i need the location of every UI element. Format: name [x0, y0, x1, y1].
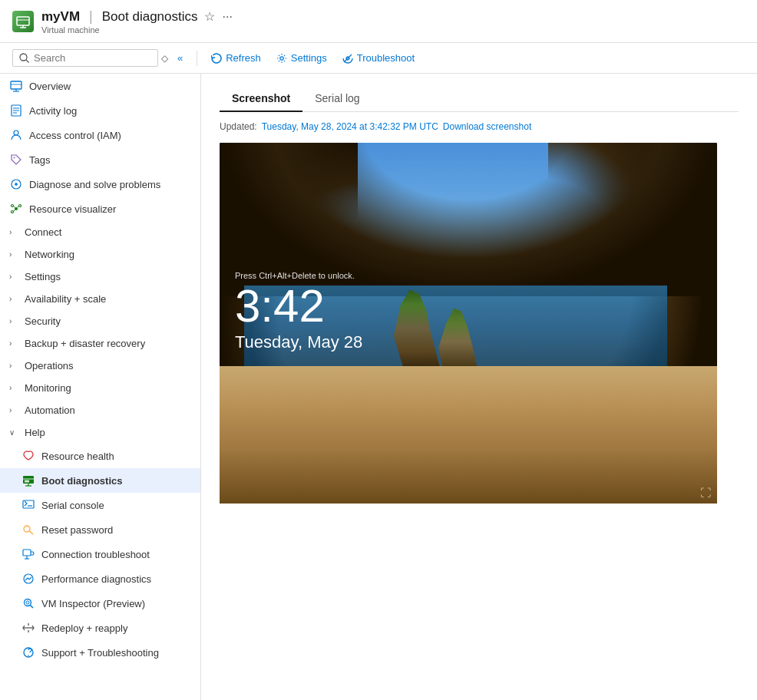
visualizer-icon [9, 202, 23, 216]
troubleshoot-button[interactable]: Troubleshoot [336, 49, 421, 67]
header-title-group: myVM | Boot diagnostics ☆ ··· Virtual ma… [41, 8, 234, 35]
chevron-right-icon: › [9, 272, 18, 281]
diagnose-label: Diagnose and solve problems [29, 179, 160, 190]
vm-screenshot: Press Ctrl+Alt+Delete to unlock. 3:42 Tu… [220, 143, 717, 504]
svg-line-26 [18, 206, 19, 208]
resource-health-label: Resource health [41, 451, 114, 462]
serial-console-icon [21, 498, 35, 512]
connection-troubleshoot-label: Connection troubleshoot [41, 549, 150, 560]
lock-date: Tuesday, May 28 [235, 332, 362, 352]
favorite-button[interactable]: ☆ [203, 8, 217, 25]
tab-serial-log[interactable]: Serial log [302, 86, 372, 112]
sidebar-item-monitoring[interactable]: › Monitoring [0, 377, 200, 399]
support-troubleshooting-label: Support + Troubleshooting [41, 647, 159, 659]
activity-log-icon [9, 104, 23, 117]
sidebar-item-help[interactable]: ∨ Help [0, 421, 200, 444]
svg-point-45 [28, 655, 29, 656]
sidebar-item-automation[interactable]: › Automation [0, 399, 200, 421]
activity-log-label: Activity log [29, 105, 77, 117]
vm-inspector-icon [21, 596, 35, 610]
sidebar-item-boot-diagnostics[interactable]: Boot diagnostics [0, 468, 200, 493]
serial-console-label: Serial console [41, 500, 104, 511]
settings-button[interactable]: Settings [270, 49, 333, 67]
svg-rect-37 [23, 550, 31, 556]
sidebar-item-settings[interactable]: › Settings [0, 266, 200, 288]
chevron-down-icon: ∨ [9, 428, 18, 437]
chevron-right-icon: › [9, 317, 18, 325]
sidebar-item-support-troubleshooting[interactable]: Support + Troubleshooting [0, 640, 200, 665]
updated-label: Updated: [220, 121, 257, 132]
main-layout: Overview Activity log Access control (IA… [0, 74, 757, 700]
sidebar-item-operations[interactable]: › Operations [0, 355, 200, 377]
sidebar-item-performance-diagnostics[interactable]: Performance diagnostics [0, 566, 200, 591]
connection-troubleshoot-icon [21, 547, 35, 561]
performance-diagnostics-icon [21, 572, 35, 586]
app-icon [12, 11, 34, 32]
search-box[interactable] [12, 49, 158, 67]
lock-time: 3:42 [235, 283, 362, 329]
tags-label: Tags [29, 154, 50, 166]
settings-label: Settings [25, 271, 61, 282]
svg-point-6 [280, 56, 283, 59]
iam-icon [9, 128, 23, 142]
updated-bar: Updated: Tuesday, May 28, 2024 at 3:42:3… [220, 121, 739, 132]
chevron-right-icon: › [9, 406, 18, 414]
svg-line-36 [30, 531, 34, 534]
header-separator: | [89, 8, 93, 25]
operations-label: Operations [25, 360, 74, 371]
collapse-button[interactable]: « [171, 49, 189, 67]
chevron-right-icon: › [9, 228, 18, 236]
refresh-button[interactable]: Refresh [205, 49, 267, 67]
svg-line-43 [31, 606, 34, 609]
search-input[interactable] [34, 52, 141, 64]
sidebar-item-networking[interactable]: › Networking [0, 243, 200, 266]
sidebar-item-security[interactable]: › Security [0, 310, 200, 332]
redeploy-icon [21, 621, 35, 635]
monitoring-label: Monitoring [25, 382, 71, 394]
svg-line-25 [14, 206, 15, 208]
svg-point-17 [14, 157, 15, 159]
sidebar-item-backup[interactable]: › Backup + disaster recovery [0, 332, 200, 355]
sidebar-item-connection-troubleshoot[interactable]: Connection troubleshoot [0, 542, 200, 566]
collapse-icon: « [177, 52, 183, 64]
sidebar-item-redeploy-reapply[interactable]: Redeploy + reapply [0, 616, 200, 640]
monitor-icon [9, 79, 23, 93]
lock-hint: Press Ctrl+Alt+Delete to unlock. [235, 271, 362, 280]
diamond-icon: ◇ [161, 53, 168, 64]
more-options-button[interactable]: ··· [221, 8, 234, 25]
settings-label: Settings [291, 52, 327, 64]
sidebar-item-diagnose[interactable]: Diagnose and solve problems [0, 172, 200, 196]
troubleshoot-label: Troubleshoot [357, 52, 415, 64]
toolbar-separator [197, 51, 197, 66]
security-label: Security [25, 315, 61, 327]
refresh-icon [211, 53, 222, 64]
svg-point-21 [15, 207, 18, 210]
chevron-right-icon: › [9, 384, 18, 392]
svg-point-42 [26, 601, 29, 604]
download-screenshot-link[interactable]: Download screenshot [443, 121, 531, 132]
sidebar-item-reset-password[interactable]: Reset password [0, 517, 200, 542]
tab-screenshot[interactable]: Screenshot [220, 86, 302, 112]
content-tabs: Screenshot Serial log [220, 86, 739, 112]
chevron-right-icon: › [9, 295, 18, 303]
sidebar-item-access-control[interactable]: Access control (IAM) [0, 123, 200, 147]
sidebar-item-connect[interactable]: › Connect [0, 221, 200, 243]
automation-label: Automation [25, 404, 75, 416]
sidebar-item-overview[interactable]: Overview [0, 74, 200, 98]
support-icon [21, 646, 35, 659]
svg-point-41 [25, 599, 31, 606]
heart-icon [21, 449, 35, 463]
sidebar: Overview Activity log Access control (IA… [0, 74, 201, 700]
sidebar-item-availability-scale[interactable]: › Availability + scale [0, 288, 200, 310]
vm-screen-content: Press Ctrl+Alt+Delete to unlock. 3:42 Tu… [220, 143, 717, 504]
troubleshoot-icon [342, 53, 353, 64]
chevron-right-icon: › [9, 362, 18, 370]
sidebar-item-serial-console[interactable]: Serial console [0, 493, 200, 517]
sidebar-item-tags[interactable]: Tags [0, 147, 200, 172]
reset-password-label: Reset password [41, 524, 113, 536]
sidebar-item-resource-health[interactable]: Resource health [0, 444, 200, 468]
sidebar-item-vm-inspector[interactable]: VM Inspector (Preview) [0, 591, 200, 616]
sidebar-item-activity-log[interactable]: Activity log [0, 98, 200, 123]
svg-point-4 [20, 54, 27, 61]
sidebar-item-resource-visualizer[interactable]: Resource visualizer [0, 196, 200, 221]
